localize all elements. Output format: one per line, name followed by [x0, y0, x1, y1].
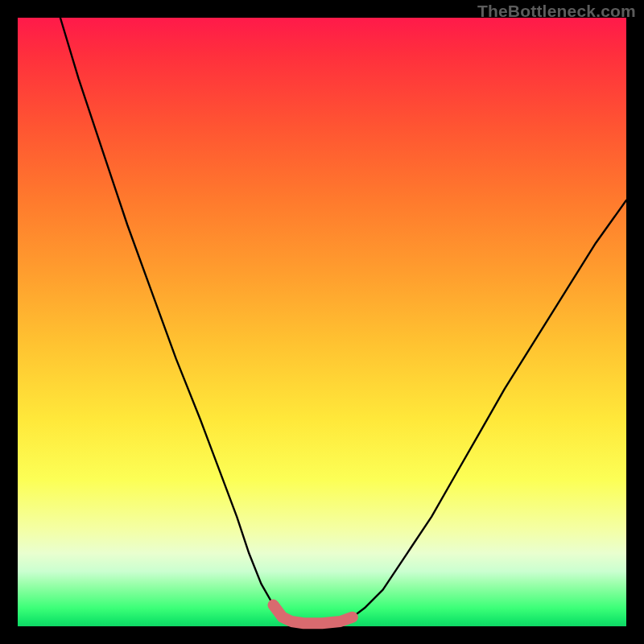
bottleneck-highlight — [274, 605, 353, 624]
bottleneck-curve — [60, 18, 626, 623]
curve-layer — [18, 18, 626, 626]
watermark-text: TheBottleneck.com — [477, 2, 636, 21]
plot-area — [18, 18, 626, 626]
chart-container: TheBottleneck.com — [0, 0, 644, 644]
